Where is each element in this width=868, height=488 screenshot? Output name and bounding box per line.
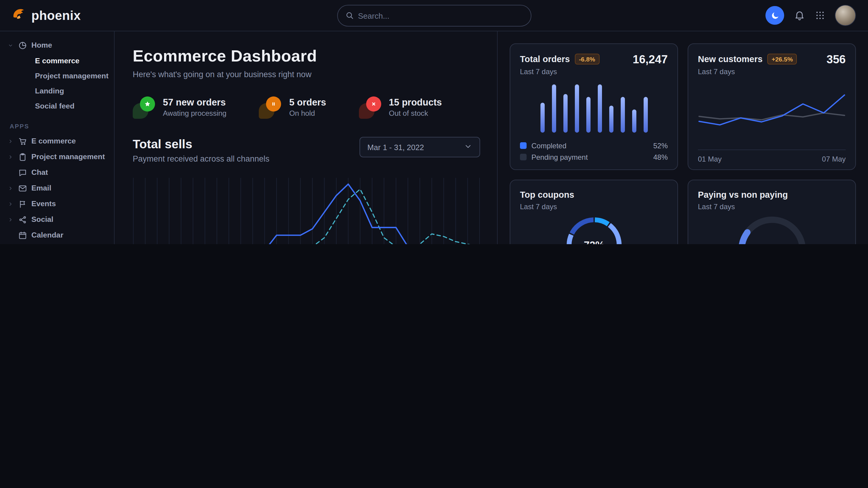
sidebar-section-label: APPS xyxy=(0,113,114,133)
brand-name: phoenix xyxy=(31,8,81,23)
flag-icon xyxy=(18,199,27,208)
sidebar-item-project-management[interactable]: Project management xyxy=(0,149,114,165)
customers-axis: 01 May 07 May xyxy=(698,150,846,163)
card-period: Last 7 days xyxy=(520,67,668,76)
chevron-down-icon xyxy=(464,142,472,152)
sidebar-item-label: Chat xyxy=(31,168,48,176)
legend-completed: Completed52% xyxy=(520,140,668,151)
sidebar-item-label: Events xyxy=(31,199,56,208)
stat-value: 5 orders xyxy=(289,97,326,108)
sidebar-item-label: E commerce xyxy=(31,137,76,145)
paying-gauge-chart xyxy=(720,214,824,244)
x-icon xyxy=(359,96,381,119)
calendar-icon xyxy=(18,231,27,240)
share-icon xyxy=(18,215,27,224)
stats-row: 57 new ordersAwating processing5 ordersO… xyxy=(133,96,480,119)
stat-desc: Out of stock xyxy=(389,109,442,118)
sidebar-nav: HomeE commerceProject managementLandingS… xyxy=(0,37,114,244)
phoenix-logo-icon xyxy=(11,6,27,24)
donut-center-label: 72% xyxy=(584,239,604,244)
chat-icon xyxy=(18,168,27,177)
card-period: Last 7 days xyxy=(520,202,668,211)
chevron-right-icon xyxy=(8,201,14,206)
total-sells-subtitle: Payment received across all channels xyxy=(133,154,269,163)
stat-awating-processing: 57 new ordersAwating processing xyxy=(133,96,226,119)
clipboard-icon xyxy=(18,152,27,161)
chevron-right-icon xyxy=(8,217,14,222)
orders-legend: Completed52%Pending payment48% xyxy=(520,140,668,163)
sidebar-item-social-feed[interactable]: Social feed xyxy=(0,98,114,113)
mail-icon xyxy=(18,184,27,193)
change-badge: +26.5% xyxy=(767,54,797,65)
sidebar-item-e-commerce[interactable]: E commerce xyxy=(0,53,114,68)
chevron-right-icon xyxy=(8,138,14,144)
theme-toggle-button[interactable] xyxy=(766,6,784,25)
star-icon xyxy=(133,96,156,119)
page-title: Ecommerce Dashboard xyxy=(133,47,480,66)
sidebar-item-e-commerce[interactable]: E commerce xyxy=(0,133,114,149)
paying-vs-non-paying-card: Paying vs non paying Last 7 days Paying … xyxy=(688,180,856,244)
sidebar-item-project-management[interactable]: Project management xyxy=(0,68,114,83)
sidebar: HomeE commerceProject managementLandingS… xyxy=(0,31,115,244)
sidebar-item-landing[interactable]: Landing xyxy=(0,83,114,98)
card-period: Last 7 days xyxy=(698,202,846,211)
total-sells-chart-area: 01 May 15 May 30 May xyxy=(133,173,480,244)
user-avatar[interactable] xyxy=(835,5,856,26)
cart-icon xyxy=(18,136,27,145)
card-title: Top coupons xyxy=(520,190,574,199)
stat-out-of-stock: 15 productsOut of stock xyxy=(359,96,442,119)
card-period: Last 7 days xyxy=(698,67,846,76)
pie-icon xyxy=(18,41,27,50)
date-range-select[interactable]: Mar 1 - 31, 2022 xyxy=(360,137,480,157)
moon-icon xyxy=(770,10,780,20)
chevron-right-icon xyxy=(8,185,14,191)
customers-line-chart xyxy=(698,85,846,142)
x-tick: 01 May xyxy=(698,155,722,163)
main-content: Ecommerce Dashboard Here's what's going … xyxy=(115,31,868,244)
x-tick: 07 May xyxy=(822,155,846,163)
phoenix-dashboard: phoenix HomeE commerceProject management… xyxy=(0,0,868,244)
kpi-cards: Total orders -6.8% Last 7 days 16,247 Co… xyxy=(497,31,868,244)
sidebar-item-label: Home xyxy=(31,41,52,50)
stat-on-hold: 5 ordersOn hold xyxy=(259,96,326,119)
apps-grid-button[interactable] xyxy=(815,10,825,21)
search-input[interactable] xyxy=(337,5,531,27)
page-subtitle: Here's what's going on at your business … xyxy=(133,70,480,79)
legend-pending-payment: Pending payment48% xyxy=(520,151,668,163)
dashboard-top-section: Ecommerce Dashboard Here's what's going … xyxy=(115,31,868,244)
sidebar-item-events[interactable]: Events xyxy=(0,196,114,212)
orders-bar-chart xyxy=(536,81,651,134)
stat-desc: On hold xyxy=(289,109,326,118)
chevron-right-icon xyxy=(8,154,14,159)
sidebar-item-chat[interactable]: Chat xyxy=(0,165,114,180)
card-title: Paying vs non paying xyxy=(698,190,788,199)
notifications-button[interactable] xyxy=(794,10,805,21)
top-navbar: phoenix xyxy=(0,0,868,31)
total-orders-card: Total orders -6.8% Last 7 days 16,247 Co… xyxy=(510,43,678,170)
sidebar-item-label: Email xyxy=(31,184,51,192)
search-icon xyxy=(345,11,354,20)
chevron-down-icon xyxy=(8,42,14,48)
card-value: 356 xyxy=(827,53,846,66)
sidebar-section-label: PAGES xyxy=(0,243,114,244)
coupons-donut-chart: 72% xyxy=(561,212,626,244)
stat-value: 57 new orders xyxy=(163,97,226,108)
navbar-actions xyxy=(766,5,856,26)
card-value: 16,247 xyxy=(633,53,668,66)
bell-icon xyxy=(794,14,805,23)
card-title: New customers xyxy=(698,54,763,64)
pause-icon xyxy=(259,96,282,119)
brand-logo[interactable]: phoenix xyxy=(11,6,81,24)
change-badge: -6.8% xyxy=(575,54,599,65)
total-sells-title: Total sells xyxy=(133,137,269,151)
stat-value: 15 products xyxy=(389,97,442,108)
sidebar-item-email[interactable]: Email xyxy=(0,180,114,196)
sidebar-item-label: Calendar xyxy=(31,231,63,239)
sidebar-item-social[interactable]: Social xyxy=(0,212,114,227)
sidebar-item-label: Project management xyxy=(31,153,105,161)
grid-icon xyxy=(815,13,825,22)
new-customers-card: New customers +26.5% Last 7 days 356 01 … xyxy=(688,43,856,170)
top-coupons-card: Top coupons Last 7 days 72% Percentage d… xyxy=(510,180,678,244)
sidebar-item-home[interactable]: Home xyxy=(0,37,114,53)
sidebar-item-calendar[interactable]: Calendar xyxy=(0,227,114,243)
